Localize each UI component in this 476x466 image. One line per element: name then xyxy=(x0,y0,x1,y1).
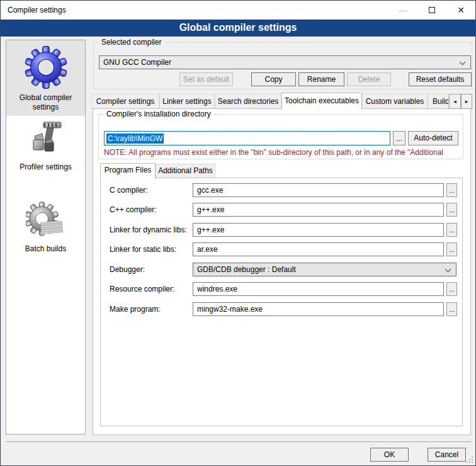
selected-compiler-group: Selected compiler GNU GCC Compiler Set a… xyxy=(93,42,472,89)
chevron-down-icon xyxy=(460,59,466,65)
tab-toolchain-executables[interactable]: Toolchain executables xyxy=(281,93,362,110)
linker-dynamic-label: Linker for dynamic libs: xyxy=(110,223,187,237)
installation-directory-group: Compiler's installation directory C:\ray… xyxy=(98,114,463,159)
sidebar-item-profiler-settings[interactable]: Profiler settings xyxy=(6,120,85,183)
sidebar-item-global-compiler-settings[interactable]: Global compiler settings xyxy=(6,40,85,116)
linker-dynamic-browse-button[interactable]: ... xyxy=(446,223,457,237)
compiler-select-value: GNU GCC Compiler xyxy=(103,58,171,67)
tab-linker-settings[interactable]: Linker settings xyxy=(159,94,215,109)
linker-static-label: Linker for static libs: xyxy=(110,242,176,256)
sidebar-item-label: Batch builds xyxy=(25,244,66,254)
maximize-button[interactable] xyxy=(417,1,446,19)
installation-directory-value: C:\raylib\MinGW xyxy=(106,134,164,144)
delete-button[interactable]: Delete xyxy=(347,72,391,86)
c-compiler-browse-button[interactable]: ... xyxy=(446,183,457,197)
minimize-icon: — xyxy=(399,5,407,15)
auto-detect-button[interactable]: Auto-detect xyxy=(408,131,458,145)
c-compiler-label: C compiler: xyxy=(110,183,148,197)
close-icon: ✕ xyxy=(457,5,465,15)
linker-static-browse-button[interactable]: ... xyxy=(446,242,457,256)
cpp-compiler-browse-button[interactable]: ... xyxy=(446,203,457,217)
make-program-browse-button[interactable]: ... xyxy=(446,302,457,316)
linker-dynamic-input[interactable]: g++.exe xyxy=(193,223,444,237)
subtab-additional-paths[interactable]: Additional Paths xyxy=(156,164,215,178)
cpp-compiler-label: C++ compiler: xyxy=(110,203,157,217)
compiler-select[interactable]: GNU GCC Compiler xyxy=(99,55,471,69)
ok-button[interactable]: OK xyxy=(370,448,409,462)
compiler-settings-dialog: { "window": { "title": "Compiler setting… xyxy=(0,0,476,466)
set-as-default-button[interactable]: Set as default xyxy=(179,72,233,86)
group-label: Compiler's installation directory xyxy=(104,110,213,119)
sidebar-item-label: Global compiler settings xyxy=(6,93,85,112)
program-files-panel: C compiler: gcc.exe ... C++ compiler: g+… xyxy=(100,178,463,426)
debugger-select-value: GDB/CDB debugger : Default xyxy=(197,265,296,274)
tab-compiler-settings[interactable]: Compiler settings xyxy=(91,94,159,109)
installation-directory-input[interactable]: C:\raylib\MinGW xyxy=(104,131,390,145)
arrow-right-icon: ▸ xyxy=(465,98,468,105)
resize-grip[interactable] xyxy=(467,457,473,463)
maximize-icon xyxy=(429,7,435,13)
tab-scroll-left-button[interactable]: ◂ xyxy=(449,94,461,109)
close-button[interactable]: ✕ xyxy=(446,1,475,19)
caliper-icon xyxy=(26,120,66,160)
tab-custom-variables[interactable]: Custom variables xyxy=(362,94,428,109)
resource-compiler-input[interactable]: windres.exe xyxy=(193,282,444,296)
titlebar: Compiler settings — ✕ xyxy=(1,1,475,20)
subtab-program-files[interactable]: Program Files xyxy=(100,163,156,179)
debugger-select[interactable]: GDB/CDB debugger : Default xyxy=(193,263,456,276)
gray-gear-stack-icon xyxy=(26,202,66,242)
reset-defaults-button[interactable]: Reset defaults xyxy=(409,72,472,86)
tab-scroll-right-button[interactable]: ▸ xyxy=(461,94,472,109)
resource-compiler-label: Resource compiler: xyxy=(110,282,174,296)
make-program-input[interactable]: mingw32-make.exe xyxy=(193,302,444,316)
linker-static-input[interactable]: ar.exe xyxy=(193,242,444,256)
minimize-button[interactable]: — xyxy=(388,1,417,19)
window-title: Compiler settings xyxy=(8,1,66,20)
tab-build-options[interactable]: Build xyxy=(428,94,449,109)
note-text: NOTE: All programs must exist either in … xyxy=(104,148,443,157)
tab-search-directories[interactable]: Search directories xyxy=(215,94,281,109)
resource-compiler-browse-button[interactable]: ... xyxy=(446,282,457,296)
c-compiler-input[interactable]: gcc.exe xyxy=(193,183,444,197)
chevron-down-icon xyxy=(445,266,451,273)
cancel-button[interactable]: Cancel xyxy=(428,448,466,462)
rename-button[interactable]: Rename xyxy=(298,72,344,86)
footer-divider xyxy=(6,441,472,442)
copy-button[interactable]: Copy xyxy=(251,72,296,86)
sidebar-item-label: Profiler settings xyxy=(20,162,72,172)
settings-category-list: Global compiler settings Profiler settin… xyxy=(6,40,86,435)
browse-directory-button[interactable]: ... xyxy=(393,131,405,145)
make-program-label: Make program: xyxy=(110,302,161,316)
arrow-left-icon: ◂ xyxy=(453,98,456,105)
cpp-compiler-input[interactable]: g++.exe xyxy=(193,203,444,217)
toolchain-executables-panel: Compiler's installation directory C:\ray… xyxy=(93,108,471,435)
page-title: Global compiler settings xyxy=(1,20,475,37)
sidebar-item-batch-builds[interactable]: Batch builds xyxy=(6,202,85,264)
group-label: Selected compiler xyxy=(99,38,164,47)
debugger-label: Debugger: xyxy=(110,263,145,276)
blue-gear-icon xyxy=(23,44,69,91)
